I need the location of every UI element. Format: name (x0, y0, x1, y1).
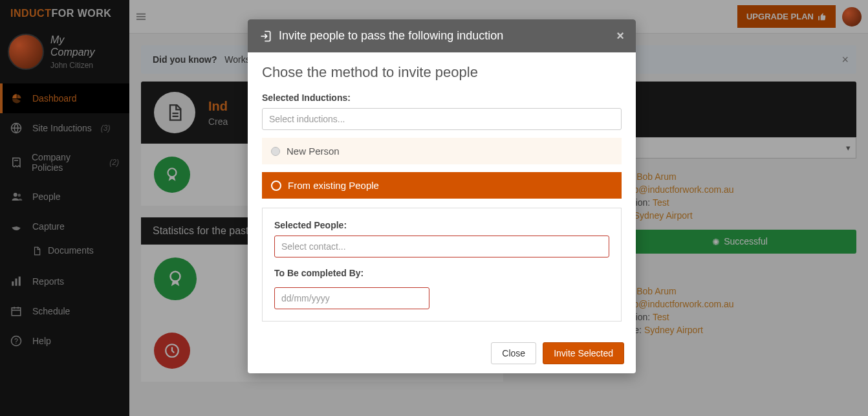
select-inductions-input[interactable]: Select inductions... (262, 108, 622, 130)
modal-title: Invite people to pass the following indu… (279, 29, 503, 43)
modal-body: Chose the method to invite people Select… (248, 52, 636, 333)
radio-from-existing-label: From existing People (288, 180, 379, 191)
modal-header: Invite people to pass the following indu… (248, 19, 636, 52)
close-button[interactable]: Close (491, 342, 536, 364)
modal-footer: Close Invite Selected (248, 333, 636, 373)
radio-from-existing[interactable]: From existing People (262, 172, 622, 199)
selected-inductions-label: Selected Inductions: (262, 93, 622, 103)
modal-subtitle: Chose the method to invite people (262, 64, 622, 81)
radio-new-person-label: New Person (287, 146, 340, 157)
selected-people-label: Selected People: (274, 220, 609, 230)
radio-new-person[interactable]: New Person (262, 138, 622, 164)
arrow-login-icon (259, 30, 272, 43)
date-input[interactable] (274, 287, 429, 309)
radio-unchecked-icon (271, 147, 280, 156)
invite-modal: Invite people to pass the following indu… (248, 19, 636, 373)
invite-selected-button[interactable]: Invite Selected (543, 342, 624, 364)
modal-close-icon[interactable]: × (616, 28, 624, 43)
existing-people-panel: Selected People: To Be completed By: (262, 208, 622, 322)
select-contact-input[interactable] (274, 235, 609, 257)
radio-checked-icon (271, 181, 281, 191)
to-be-completed-label: To Be completed By: (274, 268, 609, 278)
